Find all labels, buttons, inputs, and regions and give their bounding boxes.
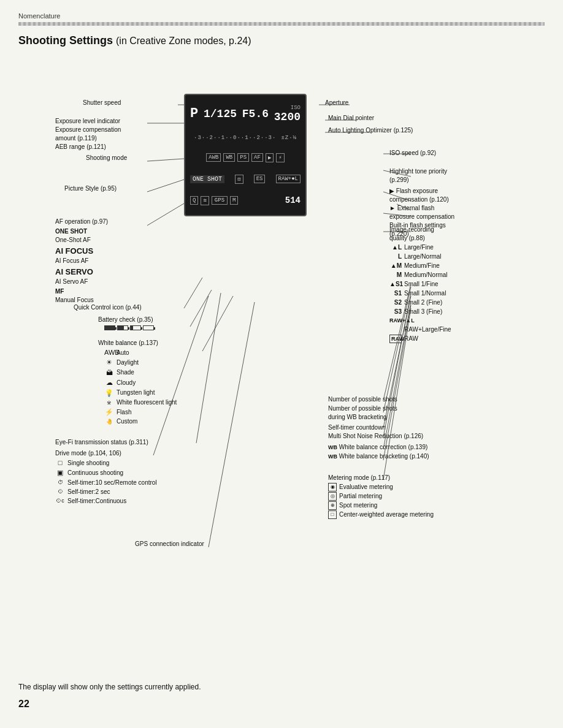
highlight-tone-label: Highlight tone priority (p.299) [389,167,447,184]
footer-text: The display will show only the settings … [18,683,201,691]
q-large-norm-icon: L [389,252,402,261]
drive-10s-label: Self-timer:10 sec/Remote control [67,479,157,487]
cam-shot-count: 514 [285,195,301,205]
meter-eval-label: Evaluative metering [339,483,393,491]
page-number: 22 [18,699,29,710]
drive-mode-label: Drive mode (p.104, 106) □Single shooting… [55,449,157,506]
meter-eval-icon: ◉ [328,483,337,491]
cam-scale: ·3··2··1··0··1··2··3· [194,135,276,141]
quick-control-label: Quick Control icon (p.44) [74,303,142,312]
cam-iso-label: ISO [274,105,301,111]
possible-shots-label: Number of possible shots [328,395,397,404]
q-large-fine-icon: ▲L [389,243,402,252]
af-operation-label: AF operation (p.97) ONE SHOT One-Shot AF… [55,218,108,305]
q-med-fine-icon: ▲M [389,262,402,270]
wb-shade-label: Shade [117,368,134,377]
q-med-fine-label: Medium/Fine [404,262,440,270]
wb-flash-label: Flash [117,408,131,417]
cam-mode: P [190,106,198,121]
metering-mode-label: Metering mode (p.117) ◉ Evaluative meter… [328,474,434,520]
q-s2-icon: S2 [389,298,402,307]
main-dial-label: Main Dial pointer [328,114,374,123]
cam-flash-comp: ±Z·⅛ [281,135,297,141]
q-s2-label: Small 2 (Fine) [404,298,442,307]
shutter-speed-label: Shutter speed [83,99,121,107]
exposure-level-label: Exposure level indicator Exposure compen… [55,117,121,151]
cam-aperture: F5.6 [242,108,269,120]
cam-raw: RAW+●L [276,175,301,183]
meter-center-label: Center-weighted average metering [339,510,434,519]
svg-line-14 [190,290,212,327]
section-title: Shooting Settings (in Creative Zone mode… [18,34,545,47]
meter-partial-label: Partial metering [339,492,382,501]
drive-single-label: Single shooting [67,459,109,468]
drive-cont-icon: ▣ [55,468,65,477]
meter-center-icon: □ [328,510,337,519]
possible-shots-wb-label: Number of possible shots during WB brack… [328,404,397,422]
q-raw-large-label: RAW+Large/Fine [389,325,451,334]
wb-fluor-label: White fluorescent light [117,398,177,407]
cam-icon-q: ⊡ [235,175,243,184]
cam-oneshot: ONE SHOT [190,175,224,183]
meter-spot-icon: ⊕ [328,501,337,510]
wb-label: White balance (p.137) AWBAuto ☀Daylight … [98,339,177,427]
multishot-nr-label: Multi Shot Noise Reduction (p.126) [328,432,423,441]
cam-icon-q2: Q [190,196,198,205]
wb-tungsten-label: Tungsten light [117,389,155,397]
cam-shutter: 1/125 [204,108,237,120]
shooting-mode-label: Shooting mode [86,154,127,162]
drive-10s-icon: ⏱ [55,479,65,487]
q-s3-icon: S3 [389,308,402,316]
svg-line-16 [196,293,221,443]
wb-correction-label: WB White balance correction (p.139) [328,443,427,452]
wb-custom-label: Custom [117,417,137,426]
battery-empty [143,325,154,330]
nomenclature-label: Nomenclature [18,12,545,20]
wb-bracketing-label: WB White balance bracketing (p.140) [328,452,429,461]
q-med-norm-icon: M [389,271,402,279]
drive-2s-icon: ⏲ [55,488,65,496]
cam-icon-awb: AWB [206,153,221,162]
cam-icon-ps: PS [237,153,249,162]
drive-cont2-icon: ⏲c [55,497,65,505]
wb-cloudy-label: Cloudy [117,379,136,387]
drive-cont2-label: Self-timer:Continuous [67,497,126,506]
selftimer-countdown-label: Self-timer countdown [328,423,386,432]
q-s1-fine-icon: ▲S1 [389,280,402,289]
drive-2s-label: Self-timer:2 sec [67,488,110,496]
wb-daylight-icon: ☀ [104,358,114,367]
meter-partial-icon: ◎ [328,492,337,501]
wb-awb-icon: AWB [104,348,114,357]
battery-check-label: Battery check (p.35) [98,316,154,332]
image-quality-label: Image-recording quality (p.88) ▲L Large/… [389,226,451,344]
battery-full [104,325,115,330]
wb-cloudy-icon: ☁ [104,378,114,387]
cam-icon-af: AF [251,153,263,162]
cam-icon-es: ES [254,175,266,183]
battery-low [130,325,141,330]
wb-flash-icon: ⚡ [104,408,114,417]
cam-icon-drive: ▶ [266,153,274,162]
q-s1-norm-icon: S1 [389,289,402,298]
iso-speed-label: ISO speed (p.92) [389,149,436,157]
wb-shade-icon: 🏔 [104,368,114,377]
auto-lighting-label: Auto Lighting Optimizer (p.125) [328,126,413,135]
q-s3-label: Small 3 (Fine) [404,308,442,316]
cam-icon-wb: WB [223,153,235,162]
wb-fluor-icon: ※ [104,399,114,407]
cam-icon-wifi: ≋ [201,196,209,205]
svg-line-15 [202,296,233,351]
wb-custom-icon: 🤚 [104,418,114,426]
svg-line-13 [184,278,202,308]
picture-style-label: Picture Style (p.95) [64,184,117,193]
q-s1-fine-label: Small 1/Fine [404,280,439,289]
q-large-norm-label: Large/Normal [404,252,442,261]
wb-auto-label: Auto [117,349,129,357]
cam-iso-value: 3200 [274,111,301,123]
q-raw-icon: RAW [389,335,402,344]
q-raw-label: RAW [404,335,418,343]
q-large-fine-label: Large/Fine [404,243,434,252]
gps-indicator-label: GPS connection indicator [135,540,204,548]
q-s1-norm-label: Small 1/Normal [404,289,446,298]
drive-single-icon: □ [55,458,65,468]
